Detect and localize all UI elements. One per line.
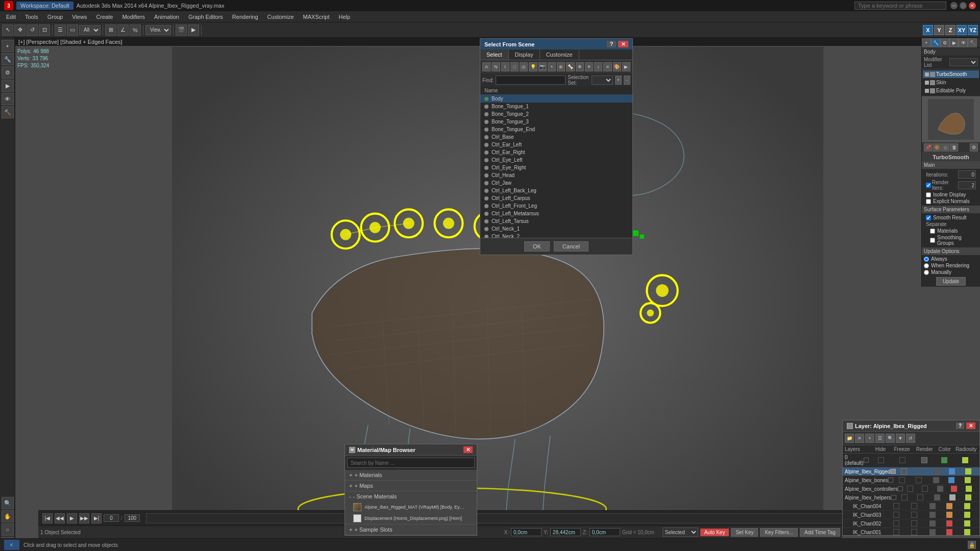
lm-filter-btn[interactable]: ▼	[896, 434, 905, 443]
list-item[interactable]: Bone_Tongue_1	[480, 103, 632, 110]
x-axis-btn[interactable]: X	[923, 25, 933, 35]
sfs-geo-btn[interactable]: □	[510, 62, 519, 71]
close-button[interactable]: ✕	[969, 2, 976, 9]
cmd-tab-utilities[interactable]: 🔨	[968, 38, 977, 47]
y-axis-btn[interactable]: Y	[934, 25, 944, 35]
modifier-editable-poly[interactable]: Editable Poly	[923, 87, 979, 94]
sfs-invert-freeze-btn[interactable]: ↕	[594, 62, 602, 71]
sfs-all-freeze-btn[interactable]: ❄	[576, 62, 584, 71]
sfs-invert-btn[interactable]: I	[501, 62, 509, 71]
list-item[interactable]: Ctrl_Left_Front_Leg	[480, 202, 632, 210]
lm-new-layer-btn[interactable]: 📁	[845, 434, 854, 443]
sfs-none-freeze-btn[interactable]: ☀	[585, 62, 593, 71]
menu-modifiers[interactable]: Modifiers	[118, 13, 149, 21]
lm-close-btn[interactable]: ✕	[966, 422, 975, 429]
utilities-tool[interactable]: 🔨	[2, 106, 14, 118]
explicit-normals-checkbox[interactable]	[926, 199, 931, 204]
filter-dropdown[interactable]: All	[79, 25, 101, 35]
minimize-button[interactable]: ─	[950, 2, 958, 9]
lm-row-controllers[interactable]: Alpine_Ibex_controllers	[843, 485, 979, 493]
y-coord-input[interactable]	[550, 528, 581, 536]
render-iters-input[interactable]	[958, 181, 976, 189]
list-item[interactable]: Body	[480, 95, 632, 103]
menu-views[interactable]: Views	[68, 13, 91, 21]
menu-group[interactable]: Group	[43, 13, 67, 21]
list-item[interactable]: Bone_Tongue_End	[480, 126, 632, 133]
select-by-name-tool[interactable]: ☰	[55, 24, 66, 36]
sfs-sel-add-btn[interactable]: +	[615, 76, 622, 85]
sfs-light-btn[interactable]: 💡	[529, 62, 537, 71]
timeline-track[interactable]	[146, 513, 919, 523]
motion-tool[interactable]: ▶	[2, 80, 14, 92]
add-time-tag-button[interactable]: Add Time Tag	[800, 528, 840, 537]
list-item[interactable]: Bone_Tongue_3	[480, 118, 632, 126]
key-filters-button[interactable]: Key Filters...	[760, 528, 798, 537]
list-item[interactable]: Ctrl_Left_Carpus	[480, 194, 632, 202]
active-shade-btn[interactable]: 🔆	[933, 143, 941, 152]
sfs-helper-btn[interactable]: +	[548, 62, 556, 71]
prev-frame-btn[interactable]: |◀	[42, 513, 53, 523]
modifier-turbosmooh[interactable]: TurboSmooth	[923, 70, 979, 78]
sfs-close-btn[interactable]: ✕	[618, 41, 628, 47]
maximize-button[interactable]: □	[960, 2, 967, 9]
menu-edit[interactable]: Edit	[2, 13, 20, 21]
list-item[interactable]: Ctrl_Left_Tarsus	[480, 217, 632, 225]
auto-key-dropdown[interactable]: Selected	[663, 528, 698, 537]
select-tool[interactable]: ↖	[2, 24, 13, 36]
list-item[interactable]: Ctrl_Left_Back_Leg	[480, 187, 632, 194]
list-item[interactable]: Ctrl_Ear_Left	[480, 141, 632, 148]
manually-radio[interactable]	[924, 270, 929, 275]
search-input[interactable]	[854, 2, 946, 10]
lm-row-default[interactable]: 0 (default)	[843, 454, 979, 467]
set-key-button[interactable]: Set Key	[731, 528, 758, 537]
list-item[interactable]: Ctrl_Head	[480, 171, 632, 179]
modifier-skin[interactable]: Skin	[923, 79, 979, 86]
remove-modifier-btn[interactable]: 🗑	[950, 143, 958, 152]
xy-axis-btn[interactable]: XY	[957, 25, 967, 35]
surface-params-header[interactable]: Surface Parameters	[922, 206, 980, 213]
scale-tool[interactable]: ⊡	[39, 24, 50, 36]
xz-axis-btn[interactable]: YZ	[968, 25, 978, 35]
cmd-tab-hierarchy[interactable]: ⚙	[940, 38, 949, 47]
mb-scene-materials-header[interactable]: - - Scene Materials	[345, 491, 477, 502]
cmd-tab-modify[interactable]: 🔧	[931, 38, 940, 47]
mb-maps-header[interactable]: + + Maps	[345, 481, 477, 491]
angle-snap[interactable]: ∠	[117, 24, 129, 36]
list-item[interactable]: Ctrl_Eye_Right	[480, 164, 632, 171]
lm-row-ik2[interactable]: IK_Chan002	[843, 519, 979, 528]
sfs-all-btn[interactable]: A	[482, 62, 491, 71]
sfs-ok-button[interactable]: OK	[524, 241, 550, 252]
when-rendering-radio[interactable]	[924, 263, 929, 268]
sfs-tab-customize[interactable]: Customize	[540, 49, 579, 60]
list-item[interactable]: Ctrl_Ear_Right	[480, 148, 632, 156]
next-key-btn[interactable]: ▶▶	[79, 513, 89, 523]
smooth-result-checkbox[interactable]	[926, 215, 931, 220]
cmd-tab-display[interactable]: 👁	[959, 38, 968, 47]
lm-row-ik1[interactable]: IK_Chan001	[843, 528, 979, 535]
render-setup[interactable]: 🎬	[176, 24, 187, 36]
list-item[interactable]: Ctrl_Neck_2	[480, 233, 632, 238]
auto-key-button[interactable]: Auto Key	[700, 529, 729, 536]
lm-refresh-btn[interactable]: ↺	[906, 434, 915, 443]
quick-render[interactable]: ▶	[188, 24, 199, 36]
sfs-more-btn[interactable]: ▶	[622, 62, 630, 71]
always-radio[interactable]	[924, 257, 929, 262]
list-item[interactable]: Ctrl_Left_Metatarsus	[480, 210, 632, 217]
menu-help[interactable]: Help	[335, 13, 355, 21]
list-item[interactable]: Ctrl_Eye_Left	[480, 156, 632, 164]
move-tool[interactable]: ✥	[14, 24, 26, 36]
mb-sample-slots-header[interactable]: + + Sample Slots	[345, 524, 477, 535]
sfs-none-btn[interactable]: N	[492, 62, 500, 71]
list-item[interactable]: Bone_Tongue_2	[480, 110, 632, 118]
smoothing-groups-checkbox[interactable]	[930, 238, 935, 243]
menu-maxscript[interactable]: MAXScript	[299, 13, 334, 21]
rotate-tool[interactable]: ↺	[27, 24, 38, 36]
select-region-tool[interactable]: ▭	[67, 24, 78, 36]
zoom-tool[interactable]: 🔍	[2, 497, 14, 509]
display-tool[interactable]: 👁	[2, 93, 14, 105]
modify-tool[interactable]: 🔧	[2, 53, 14, 65]
menu-create[interactable]: Create	[92, 13, 117, 21]
lm-select-objects-btn[interactable]: ☰	[875, 434, 885, 443]
sfs-help-btn[interactable]: ?	[607, 41, 616, 47]
cmd-tab-motion[interactable]: ▶	[949, 38, 959, 47]
